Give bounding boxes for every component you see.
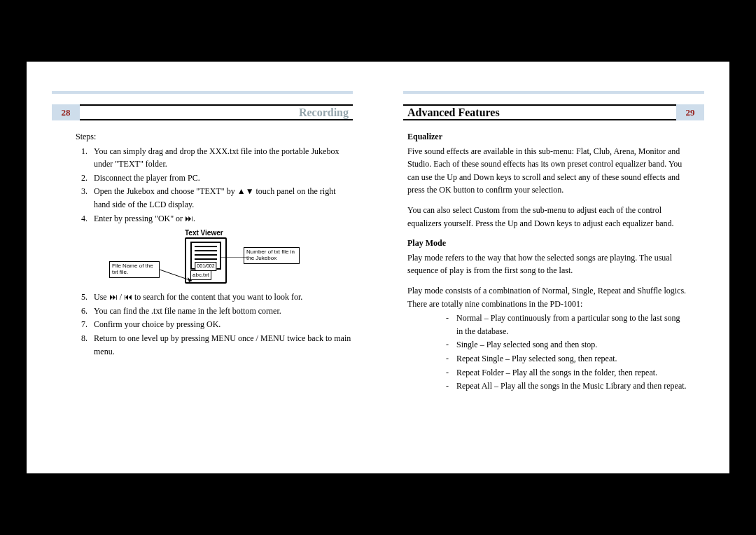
playmode-heading: Play Mode (407, 237, 687, 250)
step-num: 6. (81, 305, 94, 318)
leader-line-icon (221, 257, 246, 258)
header-decoration (403, 91, 704, 94)
step-num: 4. (81, 212, 94, 225)
equalizer-heading: Equalizer (407, 130, 687, 144)
list-bullet: - (438, 338, 456, 352)
svg-line-0 (160, 270, 192, 281)
mode-item: Repeat Single – Play selected song, then… (456, 352, 687, 366)
step-num: 3. (81, 185, 94, 211)
step-text: Use ⏭ / ⏮ to search for the content that… (94, 291, 353, 304)
mode-item: Repeat All – Play all the songs in the M… (456, 380, 687, 393)
playmode-para-1: Play mode refers to the way that how the… (407, 251, 687, 277)
step-text: Confirm your choice by pressing OK. (94, 318, 353, 331)
step-text: You can simply drag and drop the XXX.txt… (94, 145, 353, 171)
step-num: 5. (81, 291, 94, 304)
steps-list-cont: 5.Use ⏭ / ⏮ to search for the content th… (81, 291, 353, 358)
text-viewer-diagram: Text Viewer 001/002 abc.txt File Name of… (109, 228, 353, 288)
list-bullet: - (438, 380, 456, 393)
list-bullet: - (438, 366, 456, 380)
header-rule (69, 104, 353, 106)
playmode-list: -Normal – Play continuously from a parti… (438, 312, 687, 393)
header-rule (403, 104, 687, 106)
section-title-right: Advanced Features (407, 106, 500, 119)
page-number-left: 28 (52, 104, 80, 120)
step-num: 2. (81, 172, 94, 185)
step-num: 8. (81, 332, 94, 358)
steps-label: Steps: (76, 130, 353, 144)
step-num: 7. (81, 318, 94, 331)
content-left: Steps: 1.You can simply drag and drop th… (81, 130, 353, 359)
header-rule (403, 119, 687, 120)
header-decoration (52, 91, 353, 94)
step-text: Enter by pressing "OK" or ⏭. (94, 212, 353, 225)
equalizer-para-1: Five sound effects are available in this… (407, 145, 687, 197)
step-num: 1. (81, 145, 94, 171)
page-right: 29 Advanced Features Equalizer Five soun… (378, 62, 729, 473)
section-title-left: Recording (299, 106, 349, 119)
page-number-right: 29 (676, 104, 704, 120)
callout-filename: File Name of the txt file. (109, 261, 160, 278)
header-rule (69, 119, 353, 120)
page-spread: 28 Recording Steps: 1.You can simply dra… (27, 62, 729, 473)
step-text: You can find the .txt file name in the l… (94, 305, 353, 318)
mode-item: Single – Play selected song and then sto… (456, 338, 687, 352)
leader-line-icon (160, 270, 199, 284)
content-right: Equalizer Five sound effects are availab… (407, 130, 687, 394)
callout-filecount: Number of txt file in the Jukebox (244, 247, 300, 264)
list-bullet: - (438, 312, 456, 338)
page-left: 28 Recording Steps: 1.You can simply dra… (27, 62, 378, 473)
mode-item: Repeat Folder – Play all the songs in th… (456, 366, 687, 380)
step-text: Open the Jukebox and choose "TEXT" by ▲▼… (94, 185, 353, 211)
step-text: Return to one level up by pressing MENU … (94, 332, 353, 358)
list-bullet: - (438, 352, 456, 366)
equalizer-para-2: You can also select Custom from the sub-… (407, 204, 687, 230)
playmode-para-2: Play mode consists of a combination of N… (407, 284, 687, 310)
step-text: Disconnect the player from PC. (94, 172, 353, 185)
mode-item: Normal – Play continuously from a partic… (456, 312, 687, 338)
steps-list: 1.You can simply drag and drop the XXX.t… (81, 145, 353, 225)
